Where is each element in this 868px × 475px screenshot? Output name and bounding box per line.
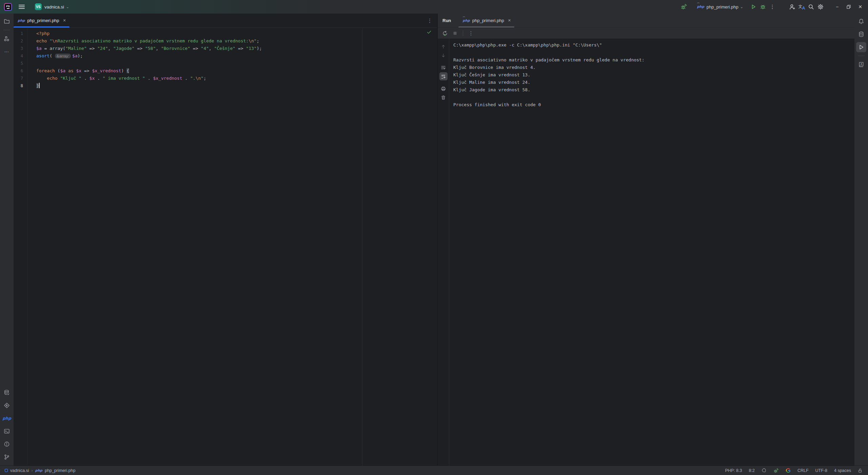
code-text: asort( &array:$a); — [36, 52, 83, 60]
problems-tool-button[interactable] — [2, 439, 12, 449]
run-tab-php-primeri[interactable]: php php_primeri.php ✕ — [458, 14, 514, 27]
more-tool-windows-button[interactable]: ⋯ — [2, 46, 12, 57]
play-icon — [858, 44, 864, 50]
translate-button[interactable]: 文 A — [797, 2, 806, 12]
minimize-icon: − — [836, 4, 839, 10]
read-only-toggle[interactable] — [858, 468, 863, 473]
status-bar: vadnica.si › php php_primeri.php PHP: 8.… — [0, 466, 868, 475]
scroll-to-end-button[interactable] — [439, 72, 448, 80]
run-button[interactable] — [749, 2, 758, 12]
breadcrumb[interactable]: vadnica.si › php php_primeri.php — [5, 468, 75, 473]
google-translate-widget[interactable] — [786, 468, 791, 473]
breadcrumb-project[interactable]: vadnica.si — [10, 468, 29, 473]
documentation-tool-button[interactable]: A — [856, 59, 866, 70]
code-lines: 1<?php2echo "\nRazvrsti asociativno matr… — [14, 30, 437, 90]
status-widgets: PHP: 8.3 8:2 — [725, 468, 863, 473]
toolbar-separator — [463, 30, 463, 36]
text-caret — [39, 83, 40, 88]
code-line[interactable]: 7 echo "Ključ " . $x . " ima vrednost " … — [14, 75, 437, 82]
line-number: 5 — [14, 60, 23, 67]
inspections-widget[interactable] — [427, 30, 432, 35]
code-with-me-button[interactable] — [787, 2, 797, 12]
run-header: Run php php_primeri.php ✕ — [438, 14, 854, 28]
encoding-widget[interactable]: UTF-8 — [815, 468, 827, 473]
code-line[interactable]: 8} — [14, 82, 437, 90]
php-file-icon: php — [697, 5, 704, 8]
run-panel-title: Run — [442, 14, 451, 27]
debug-button[interactable] — [758, 2, 768, 12]
structure-tool-button[interactable] — [2, 34, 12, 44]
google-g-icon — [786, 468, 791, 473]
stop-button[interactable] — [451, 29, 459, 38]
database-right-tool-button[interactable] — [856, 29, 866, 39]
rerun-button[interactable] — [440, 29, 449, 38]
code-line[interactable]: 6foreach ($a as $x => $x_vrednost) { — [14, 67, 437, 75]
database-tool-button[interactable] — [2, 387, 12, 398]
php-tool-button[interactable]: php — [2, 413, 12, 423]
module-icon — [5, 469, 8, 472]
project-tool-button[interactable] — [2, 16, 12, 26]
run-tool-window-button[interactable] — [856, 42, 866, 52]
code-line[interactable]: 3$a = array("Maline" => "24", "Jagode" =… — [14, 45, 437, 52]
arrow-up-icon — [441, 44, 446, 49]
code-editor[interactable]: 1<?php2echo "\nRazvrsti asociativno matr… — [14, 28, 437, 466]
console-output[interactable]: C:\xampp\php\php.exe -c C:\xampp\php\php… — [449, 39, 854, 466]
breadcrumb-file[interactable]: php_primeri.php — [45, 468, 75, 473]
book-a-icon: A — [858, 61, 864, 68]
parameter-hint: &array: — [55, 54, 71, 58]
run-toolbar: ⋮ — [438, 28, 854, 39]
kebab-icon: ⋮ — [770, 4, 775, 10]
console-line — [453, 49, 854, 56]
print-button[interactable] — [439, 84, 448, 93]
run-configuration-selector[interactable]: php php_primeri.php ⌄ — [695, 3, 745, 11]
title-bar: PS VS vadnica.si ⌄ php php_primeri.php ⌄ — [0, 0, 868, 14]
line-number: 2 — [14, 37, 23, 45]
caret-position-widget[interactable]: 8:2 — [749, 468, 755, 473]
code-line[interactable]: 5 — [14, 60, 437, 67]
settings-button[interactable] — [816, 2, 825, 12]
line-number: 6 — [14, 67, 23, 75]
inspection-pick-icon — [762, 468, 767, 473]
run-more-options-button[interactable]: ⋮ — [467, 29, 475, 38]
project-selector[interactable]: VS vadnica.si ⌄ — [32, 2, 72, 12]
window-restore-button[interactable] — [843, 2, 854, 12]
tab-options-button[interactable]: ⋮ — [427, 14, 432, 27]
editor-tab-php-primeri[interactable]: php php_primeri.php ✕ — [14, 14, 70, 27]
next-occurrence-button[interactable] — [439, 51, 448, 59]
code-line[interactable]: 4asort( &array:$a); — [14, 52, 437, 60]
terminal-tool-button[interactable] — [2, 426, 12, 436]
tab-close-icon[interactable]: ✕ — [63, 18, 66, 23]
svg-text:A: A — [861, 62, 863, 65]
phpstorm-logo-icon[interactable]: PS — [4, 3, 12, 11]
structure-icon — [4, 36, 10, 42]
services-tool-button[interactable] — [2, 400, 12, 411]
console-area: C:\xampp\php\php.exe -c C:\xampp\php\php… — [438, 39, 854, 466]
clear-console-button[interactable] — [439, 93, 448, 101]
soft-wrap-button[interactable] — [439, 63, 448, 72]
xdebug-status-widget[interactable] — [773, 468, 779, 473]
git-branch-icon — [4, 454, 10, 460]
php-version-widget[interactable]: PHP: 8.3 — [725, 468, 742, 473]
search-everywhere-button[interactable] — [806, 2, 816, 12]
bug-wifi-icon — [773, 468, 779, 473]
line-separator-widget[interactable]: CRLF — [797, 468, 809, 473]
debug-listener-button[interactable] — [679, 2, 689, 12]
breadcrumb-separator-icon: › — [32, 468, 33, 473]
code-line[interactable]: 2echo "\nRazvrsti asociativno matriko v … — [14, 37, 437, 45]
more-actions-button[interactable]: ⋮ — [768, 2, 777, 12]
unlocked-padlock-icon — [858, 468, 863, 473]
code-line[interactable]: 1<?php — [14, 30, 437, 37]
window-minimize-button[interactable]: − — [831, 2, 843, 12]
run-tab-close-icon[interactable]: ✕ — [508, 18, 511, 23]
highlighting-level-widget[interactable] — [762, 468, 767, 473]
kebab-icon: ⋮ — [469, 30, 474, 36]
version-control-tool-button[interactable] — [2, 452, 12, 462]
line-number: 4 — [14, 52, 23, 60]
prev-occurrence-button[interactable] — [439, 42, 448, 51]
indent-widget[interactable]: 4 spaces — [834, 468, 851, 473]
database-icon — [858, 31, 864, 37]
main-menu-icon[interactable] — [19, 4, 25, 10]
window-close-button[interactable]: ✕ — [854, 2, 866, 12]
notifications-button[interactable] — [856, 16, 866, 26]
code-text: <?php — [36, 30, 50, 37]
